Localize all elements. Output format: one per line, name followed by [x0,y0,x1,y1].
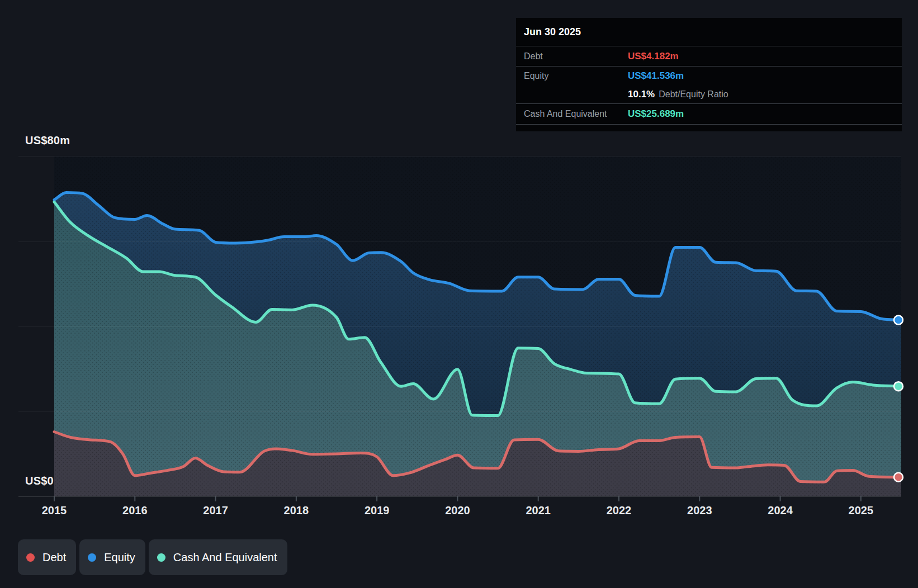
tooltip-cash-value: US$25.689m [628,108,684,120]
legend-cash-label: Cash And Equivalent [173,551,277,564]
chart-tooltip: Jun 30 2025 Debt US$4.182m Equity US$41.… [516,18,902,131]
tooltip-debt-value: US$4.182m [628,51,679,62]
x-tick-label-2024: 2024 [768,504,793,516]
legend-equity-label: Equity [104,551,135,564]
x-tick-label-2023: 2023 [687,504,712,516]
tooltip-row-equity: Equity US$41.536m [516,66,902,85]
tooltip-ratio-label: Debt/Equity Ratio [659,89,728,99]
tooltip-equity-label: Equity [524,71,548,81]
tooltip-ratio-value: 10.1% [628,89,655,99]
equity-end-dot [894,316,903,325]
y-axis-zero-label: US$0 [25,475,54,487]
tooltip-row-debt: Debt US$4.182m [516,46,902,66]
debt-series-dot-icon [26,553,35,562]
x-tick-label-2019: 2019 [365,504,390,516]
x-tick-label-2021: 2021 [526,504,551,516]
tooltip-cash-label: Cash And Equivalent [524,109,607,119]
equity-series-dot-icon [88,553,96,562]
cash-series-dot-icon [157,553,165,562]
debt-equity-history-chart-page: 2015201620172018201920202021202220232024… [0,0,918,588]
x-tick-label-2025: 2025 [849,504,874,516]
x-tick-label-2016: 2016 [122,504,148,516]
x-tick-label-2022: 2022 [607,504,632,516]
tooltip-row-cash: Cash And Equivalent US$25.689m [516,103,902,125]
x-tick-label-2018: 2018 [284,504,309,516]
cash-end-dot [894,382,903,391]
legend-item-debt[interactable]: Debt [18,539,76,575]
x-tick-label-2020: 2020 [445,504,470,516]
tooltip-equity-value: US$41.536m [628,70,684,82]
x-tick-label-2017: 2017 [203,504,228,516]
legend-debt-label: Debt [42,551,66,564]
tooltip-date: Jun 30 2025 [516,18,902,46]
x-tick-label-2015: 2015 [42,504,67,516]
tooltip-debt-label: Debt [524,51,543,61]
debt-end-dot [894,473,903,482]
legend-item-cash[interactable]: Cash And Equivalent [149,539,287,575]
chart-legend: Debt Equity Cash And Equivalent [18,539,287,575]
tooltip-row-ratio: 10.1%Debt/Equity Ratio [516,85,902,103]
y-axis-max-label: US$80m [25,134,70,147]
legend-item-equity[interactable]: Equity [79,539,145,575]
